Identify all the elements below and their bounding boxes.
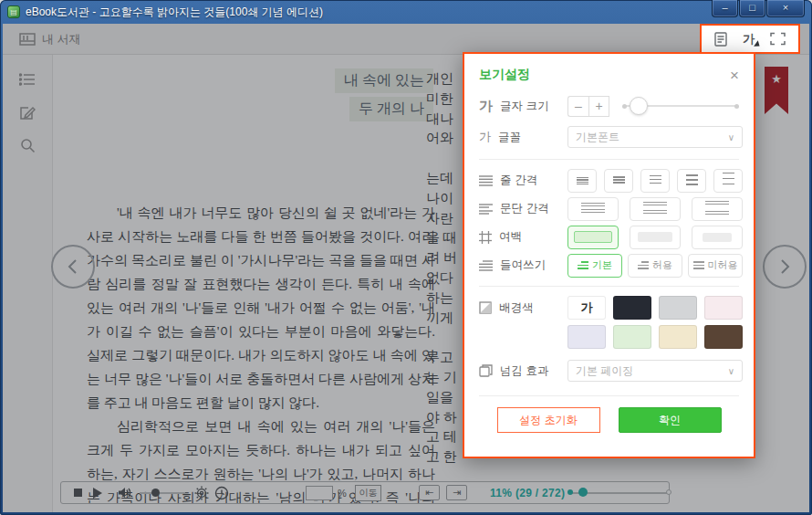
font-face-dropdown[interactable]: 기본폰트 ∨	[567, 126, 743, 148]
bg-swatch-gray[interactable]	[659, 296, 697, 320]
line-spacing-option-4[interactable]	[677, 169, 706, 193]
page-effect-dropdown[interactable]: 기본 페이징 ∨	[567, 360, 743, 382]
page-effect-row: 넘김 효과 기본 페이징 ∨	[479, 355, 739, 386]
indent-icon	[479, 260, 493, 271]
margin-label: 여백	[499, 229, 522, 245]
font-size-decrease-button[interactable]: –	[567, 96, 588, 117]
line-spacing-icon	[479, 175, 493, 186]
font-size-slider-knob[interactable]	[630, 97, 648, 115]
paragraph-spacing-row: 문단 간격	[479, 194, 739, 223]
view-tools-highlight-box: 가	[700, 24, 800, 54]
font-size-icon: 가	[479, 98, 493, 115]
font-size-increase-button[interactable]: +	[588, 96, 609, 117]
font-face-row: 가 글꼴 기본폰트 ∨	[479, 121, 739, 152]
margin-icon	[479, 231, 492, 244]
window-title: eBook도서관 - 고요할수록 밝아지는 것들(100쇄 기념 에디션)	[26, 5, 323, 20]
font-face-label: 글꼴	[498, 130, 521, 145]
background-color-icon	[479, 301, 492, 314]
app-frame: 내 서재 내 속에 있	[3, 24, 809, 512]
bg-swatch-white[interactable]: 가	[567, 296, 606, 320]
bg-swatch-lavender[interactable]	[567, 325, 606, 349]
panel-title: 보기설정	[479, 67, 530, 83]
page-effect-label: 넘김 효과	[500, 363, 548, 379]
paragraph-spacing-label: 문단 간격	[500, 201, 548, 216]
background-color-row: 배경색 가	[479, 293, 739, 322]
line-spacing-option-1[interactable]	[567, 169, 597, 193]
paragraph-spacing-icon	[479, 204, 493, 215]
app-window: ▤ eBook도서관 - 고요할수록 밝아지는 것들(100쇄 기념 에디션) …	[0, 0, 812, 515]
margin-row: 여백	[479, 223, 739, 251]
chevron-down-icon: ∨	[728, 132, 734, 142]
page-effect-icon	[479, 364, 493, 377]
paragraph-spacing-option-3[interactable]	[692, 197, 743, 221]
margin-option-1-selected[interactable]	[567, 226, 619, 249]
margin-option-3[interactable]	[692, 226, 743, 249]
paragraph-spacing-option-1[interactable]	[567, 197, 619, 221]
app-logo-icon: ▤	[7, 5, 20, 18]
chevron-down-icon: ∨	[728, 366, 734, 376]
line-spacing-option-3[interactable]	[640, 169, 670, 193]
line-spacing-row: 줄 간격	[479, 166, 739, 194]
bg-swatch-brown[interactable]	[704, 325, 743, 349]
paragraph-spacing-option-2[interactable]	[630, 197, 681, 221]
background-color-row-2	[479, 322, 739, 352]
title-bar[interactable]: ▤ eBook도서관 - 고요할수록 밝아지는 것들(100쇄 기념 에디션) …	[0, 0, 812, 24]
font-settings-icon[interactable]: 가	[743, 31, 755, 47]
indent-option-default-selected[interactable]: 기본	[567, 254, 622, 278]
reset-settings-button[interactable]: 설정 초기화	[497, 407, 600, 433]
line-spacing-option-2[interactable]	[604, 169, 633, 193]
background-color-label: 배경색	[499, 300, 534, 316]
bg-swatch-dark[interactable]	[613, 296, 651, 320]
indent-option-allow[interactable]: 허용	[628, 254, 682, 278]
bg-swatch-cream[interactable]	[659, 325, 697, 349]
line-spacing-label: 줄 간격	[500, 173, 537, 188]
view-settings-panel: 보기설정 × 가 글자 크기 – +	[463, 52, 755, 458]
font-size-slider[interactable]	[622, 95, 739, 117]
confirm-button[interactable]: 확인	[619, 407, 722, 433]
font-face-icon: 가	[479, 129, 491, 145]
fullscreen-icon[interactable]	[770, 32, 786, 46]
minimize-button[interactable]: –	[712, 0, 738, 17]
margin-option-2[interactable]	[630, 226, 681, 249]
indent-row: 들여쓰기 기본 허용 미허용	[479, 251, 739, 279]
line-spacing-option-5[interactable]	[713, 169, 743, 193]
close-button[interactable]: ×	[766, 0, 805, 17]
font-size-row: 가 글자 크기 – +	[479, 90, 739, 121]
panel-close-icon[interactable]: ×	[730, 68, 739, 83]
indent-option-disallow[interactable]: 미허용	[688, 254, 743, 278]
bg-swatch-pink[interactable]	[704, 296, 743, 320]
font-size-label: 글자 크기	[500, 99, 548, 114]
bg-swatch-green[interactable]	[613, 325, 651, 349]
indent-label: 들여쓰기	[500, 258, 546, 273]
maximize-button[interactable]: □	[739, 0, 765, 17]
page-view-icon[interactable]	[714, 32, 727, 47]
